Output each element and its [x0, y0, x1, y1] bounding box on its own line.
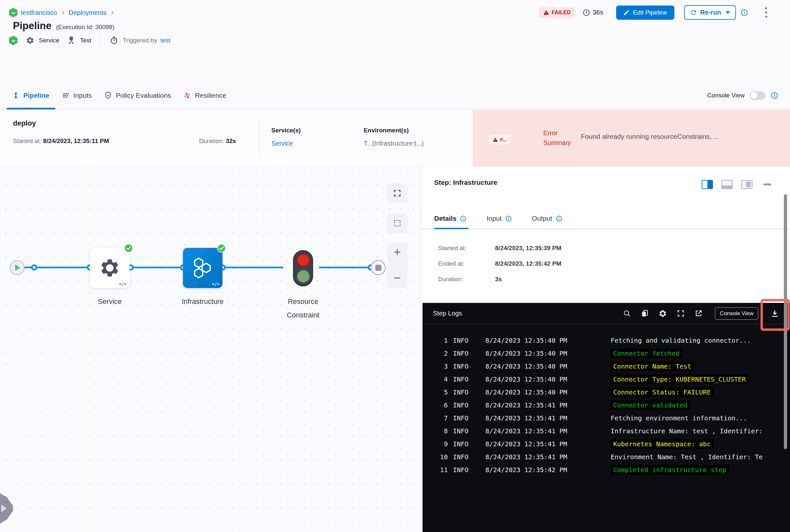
- canvas-fullscreen-button[interactable]: [387, 183, 407, 203]
- warning-icon: [493, 137, 498, 142]
- success-check-icon: [217, 244, 226, 253]
- info-icon: [505, 215, 512, 222]
- panel-scrollbar[interactable]: [784, 194, 787, 449]
- pipeline-graph-canvas[interactable]: </> Service </> Infrastructure Resource …: [0, 167, 421, 532]
- tab-details[interactable]: Details: [434, 208, 466, 228]
- start-node[interactable]: [10, 260, 24, 275]
- red-light-icon: [297, 253, 310, 267]
- log-timestamp: 8/24/2023 12:35:41 PM: [485, 401, 604, 409]
- layout-bottom-view-icon[interactable]: [721, 180, 733, 189]
- stop-icon: [375, 265, 381, 271]
- tab-resilience[interactable]: Resilience: [183, 81, 226, 109]
- tab-pipeline[interactable]: Pipeline: [12, 81, 50, 109]
- console-view-toggle[interactable]: [750, 91, 766, 100]
- play-icon: [15, 264, 20, 271]
- log-timestamp: 8/24/2023 12:35:40 PM: [485, 362, 604, 370]
- service-label: Service: [39, 37, 59, 44]
- layout-right-view-icon[interactable]: [741, 180, 752, 189]
- log-line-number: 10: [423, 453, 448, 461]
- log-line-number: 7: [423, 414, 448, 422]
- node-infrastructure[interactable]: </>: [183, 248, 222, 288]
- log-timestamp: 8/24/2023 12:35:40 PM: [485, 375, 604, 383]
- more-options-menu[interactable]: [764, 6, 769, 19]
- end-node[interactable]: [371, 260, 386, 275]
- marquee-select-icon: [393, 219, 402, 228]
- environments-value[interactable]: T...(Infrastructure:t...): [364, 140, 424, 147]
- status-badge: FAILED: [539, 7, 575, 18]
- breadcrumb-deployments[interactable]: Deployments: [69, 9, 107, 17]
- stopwatch-icon: [110, 36, 118, 45]
- log-lines[interactable]: 1 INFO 8/24/2023 12:35:40 PM Fetching an…: [423, 324, 790, 532]
- triggered-by-user[interactable]: test: [160, 37, 170, 44]
- stage-summary-bar: deploy Started at: 8/24/2023, 12:35:11 P…: [0, 110, 790, 167]
- copy-icon[interactable]: [641, 309, 649, 318]
- environments-label: Environment(s): [364, 127, 409, 134]
- log-level: INFO: [453, 427, 479, 435]
- console-view-control: Console View: [707, 81, 778, 109]
- error-summary-text: Found already running resourceConstrains…: [581, 133, 790, 140]
- search-icon[interactable]: [623, 309, 631, 318]
- environment-icon: [67, 36, 75, 45]
- log-message: Connector Name: Test: [611, 361, 694, 371]
- divider: [100, 35, 101, 46]
- elapsed-time: 36s: [583, 9, 603, 17]
- pipeline-icon: [12, 92, 19, 99]
- log-message: Connector fetched: [611, 348, 682, 358]
- tab-input[interactable]: Input: [486, 208, 512, 228]
- zoom-out-button[interactable]: [393, 273, 402, 283]
- log-level: INFO: [453, 401, 479, 409]
- canvas-zoom-controls: [387, 242, 407, 288]
- log-message: Fetching and validating connector...: [611, 337, 751, 344]
- stage-name[interactable]: deploy: [13, 119, 36, 128]
- log-message: Fetching environment information...: [611, 414, 747, 422]
- info-icon: [556, 215, 563, 222]
- layout-split-view-icon[interactable]: [702, 180, 713, 189]
- play-icon: [1, 505, 6, 512]
- fullscreen-icon[interactable]: [677, 309, 685, 318]
- external-link-icon[interactable]: [695, 309, 703, 318]
- rerun-button[interactable]: Re-run: [684, 5, 736, 20]
- panel-layout-controls: [702, 180, 771, 189]
- node-service[interactable]: </>: [90, 248, 129, 288]
- log-level: INFO: [453, 453, 479, 461]
- log-row: 4 INFO 8/24/2023 12:35:40 PM Connector T…: [423, 373, 790, 386]
- minimize-panel-icon[interactable]: [764, 184, 771, 186]
- log-message: Kubernetes Namespace: abc: [611, 439, 713, 449]
- detail-row-ended: Ended at: 8/24/2023, 12:35:42 PM: [438, 260, 562, 267]
- chevron-right-icon: [110, 10, 115, 15]
- fullscreen-icon: [393, 189, 402, 197]
- caret-down-icon: [725, 11, 730, 14]
- info-icon[interactable]: [740, 9, 748, 17]
- info-icon[interactable]: [771, 92, 778, 99]
- tab-inputs[interactable]: Inputs: [62, 81, 92, 109]
- canvas-select-button[interactable]: [387, 213, 407, 233]
- log-row: 1 INFO 8/24/2023 12:35:40 PM Fetching an…: [423, 334, 790, 347]
- tab-output[interactable]: Output: [532, 208, 563, 228]
- log-line-number: 4: [423, 375, 448, 383]
- download-logs-icon[interactable]: [771, 309, 779, 318]
- console-view-button[interactable]: Console View: [715, 307, 758, 320]
- log-message: Completed infrastructure step: [611, 465, 729, 475]
- test-label: Test: [80, 37, 91, 44]
- pipeline-execution-page: ∞ testfrancisco Deployments Pipeline (Ex…: [0, 0, 790, 532]
- edit-pipeline-button[interactable]: Edit Pipeline: [616, 5, 675, 20]
- node-resource-constraint[interactable]: [293, 250, 313, 286]
- log-row: 9 INFO 8/24/2023 12:35:41 PM Kubernetes …: [423, 437, 790, 451]
- refresh-icon: [690, 9, 697, 16]
- zoom-in-button[interactable]: [393, 248, 402, 256]
- stage-started: Started at: 8/24/2023, 12:35:11 PM: [13, 137, 109, 145]
- log-message: Connector Status: FAILURE: [611, 387, 713, 397]
- log-timestamp: 8/24/2023 12:35:40 PM: [485, 349, 604, 357]
- breadcrumb-project[interactable]: testfrancisco: [21, 9, 57, 17]
- step-tabs: Details Input Output: [421, 208, 790, 229]
- gear-icon[interactable]: [659, 309, 667, 318]
- failed-short-badge: F...: [489, 135, 511, 145]
- harness-cd-icon: ∞: [9, 36, 17, 45]
- log-level: INFO: [453, 362, 479, 370]
- resilience-icon: [183, 92, 191, 99]
- services-value[interactable]: Service: [271, 140, 293, 147]
- left-panel-expander[interactable]: [0, 493, 13, 524]
- log-row: 7 INFO 8/24/2023 12:35:41 PM Fetching en…: [423, 412, 790, 424]
- success-check-icon: [124, 244, 133, 253]
- tab-policy-evaluations[interactable]: Policy Evaluations: [104, 81, 171, 109]
